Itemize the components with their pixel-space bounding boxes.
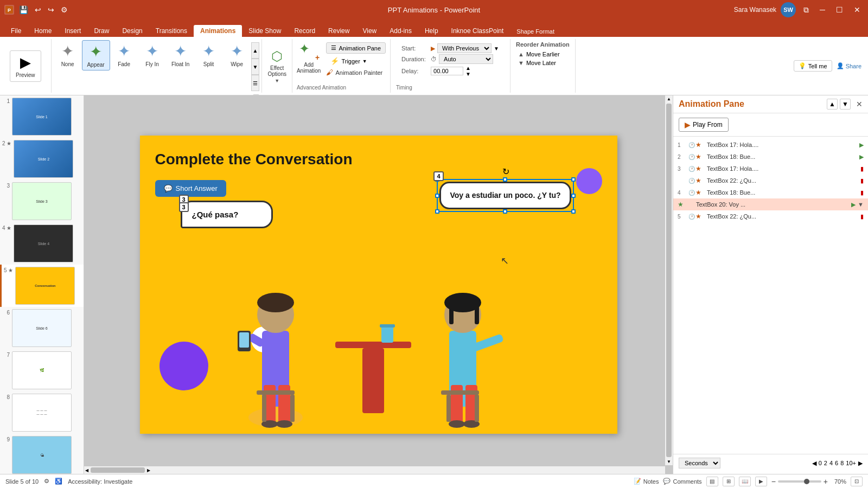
expand-icon-sel[interactable]: ▼ xyxy=(858,201,864,208)
pane-arrow-up[interactable]: ▲ xyxy=(827,99,838,110)
zoom-out-button[interactable]: − xyxy=(771,477,776,486)
tab-view[interactable]: View xyxy=(356,25,383,37)
move-later-button[interactable]: ▼ Move Later xyxy=(516,59,570,67)
trigger-button[interactable]: ⚡ Trigger ▼ xyxy=(326,55,386,67)
anim-scroll-more[interactable]: ☰ xyxy=(251,75,260,91)
slideshow-button[interactable]: ▶ xyxy=(755,477,767,486)
undo-icon[interactable]: ↩ xyxy=(33,4,43,15)
pane-arrow-down[interactable]: ▼ xyxy=(840,99,851,110)
anim-fade-button[interactable]: ✦ Fade xyxy=(110,40,138,69)
tab-draw[interactable]: Draw xyxy=(87,25,116,37)
canvas-hscroll-right[interactable]: ▶ xyxy=(146,468,151,473)
handle-ml[interactable] xyxy=(435,194,439,198)
handle-tm[interactable] xyxy=(503,177,507,182)
anim-list-item-1[interactable]: 1 🕐 ★ TextBox 17: Hola.... ▶ xyxy=(673,139,868,151)
tab-review[interactable]: Review xyxy=(322,25,356,37)
tab-help[interactable]: Help xyxy=(418,25,445,37)
tab-home[interactable]: Home xyxy=(28,25,58,37)
effect-options-button[interactable]: ⬡ EffectOptions ▼ xyxy=(267,49,286,84)
timeline-nav-right[interactable]: ▶ xyxy=(858,460,863,467)
pane-close-button[interactable]: ✕ xyxy=(856,100,863,108)
anim-list-item-5[interactable]: 5 🕐 ★ TextBox 22: ¿Qu... ▮ xyxy=(673,210,868,222)
accessibility-text[interactable]: Accessibility: Investigate xyxy=(68,478,132,485)
slide-thumb-9[interactable]: 9 🌤 xyxy=(0,434,84,474)
tell-me-button[interactable]: 💡 Tell me xyxy=(794,60,832,72)
delay-spin-icon[interactable]: ▲▼ xyxy=(465,65,471,77)
customize-icon[interactable]: ⚙ xyxy=(59,4,69,15)
fit-window-button[interactable]: ⊡ xyxy=(851,477,863,486)
play-from-button[interactable]: ▶ Play From xyxy=(679,118,729,132)
tab-record[interactable]: Record xyxy=(288,25,322,37)
tab-transitions[interactable]: Transitions xyxy=(149,25,194,37)
start-select[interactable]: With Previous On Click After Previous xyxy=(437,43,492,53)
window-restore-icon[interactable]: ⧉ xyxy=(800,5,812,15)
anim-list-item-3b[interactable]: 🕐 ★ TextBox 22: ¿Qu... ▮ xyxy=(673,175,868,187)
anim-appear-button[interactable]: ✦ Complete the Conversation Appear xyxy=(82,40,110,70)
short-answer-button[interactable]: 💬 Short Answer xyxy=(155,180,226,197)
add-animation-button[interactable]: ✦ + AddAnimation xyxy=(297,41,321,74)
anim-wipe-button[interactable]: ✦ Wipe xyxy=(223,40,251,69)
anim-list-item-3[interactable]: 3 🕐 ★ TextBox 17: Hola.... ▮ xyxy=(673,163,868,175)
canvas-scroll-down[interactable]: ▼ xyxy=(666,458,672,465)
canvas-vscroll-thumb[interactable] xyxy=(666,104,672,457)
timeline-nav-left[interactable]: ◀ xyxy=(812,460,816,467)
zoom-slider-thumb[interactable] xyxy=(804,479,809,484)
animation-pane-button[interactable]: ☰ Animation Pane xyxy=(326,42,386,54)
normal-view-button[interactable]: ▤ xyxy=(706,477,718,486)
delay-input[interactable] xyxy=(431,67,463,75)
anim-list-item-selected[interactable]: ★ TextBox 20: Voy ... ▶ ▼ xyxy=(673,198,868,210)
slide-thumb-1[interactable]: 1 Slide 1 xyxy=(0,95,84,138)
handle-bl[interactable] xyxy=(435,209,439,214)
slide-thumb-4[interactable]: 4 ★ Slide 4 xyxy=(0,222,84,265)
anim-scroll-up[interactable]: ▲ xyxy=(251,42,260,59)
anim-list-item-4[interactable]: 4 🕐 ★ TextBox 18: Bue... ▮ xyxy=(673,187,868,198)
tab-slideshow[interactable]: Slide Show xyxy=(242,25,288,37)
animation-painter-button[interactable]: 🖌 Animation Painter xyxy=(326,68,386,76)
tab-animations[interactable]: Animations xyxy=(194,25,242,37)
tab-shapeformat[interactable]: Shape Format xyxy=(510,26,561,37)
rotate-handle[interactable]: ↻ xyxy=(502,166,509,177)
slide-thumb-3[interactable]: 3 Slide 3 xyxy=(0,180,84,222)
slide-thumb-5[interactable]: 5 ★ Conversation xyxy=(0,265,84,307)
handle-bm[interactable] xyxy=(503,209,507,214)
tab-design[interactable]: Design xyxy=(116,25,149,37)
comments-button[interactable]: 💬 Comments xyxy=(663,478,701,485)
save-icon[interactable]: 💾 xyxy=(17,4,30,15)
anim-floatin-button[interactable]: ✦ Float In xyxy=(167,40,195,69)
canvas-hscroll-thumb[interactable] xyxy=(91,467,145,473)
move-earlier-button[interactable]: ▲ Move Earlier xyxy=(516,50,570,59)
slide-settings-icon[interactable]: ⚙ xyxy=(44,478,49,485)
canvas-scroll-up[interactable]: ▲ xyxy=(666,95,672,102)
close-button[interactable]: ✕ xyxy=(851,5,864,14)
share-button[interactable]: 👤 Share xyxy=(837,62,861,69)
anim-split-button[interactable]: ✦ Split xyxy=(195,40,223,69)
tab-addins[interactable]: Add-ins xyxy=(383,25,418,37)
zoom-slider[interactable] xyxy=(778,480,821,483)
tab-inknoe[interactable]: Inknoe ClassPoint xyxy=(445,25,510,37)
slide-thumb-6[interactable]: 6 Slide 6 xyxy=(0,307,84,349)
seconds-select[interactable]: Seconds xyxy=(679,458,720,468)
anim-flyin-button[interactable]: ✦ Fly In xyxy=(138,40,167,69)
anim-none-button[interactable]: ✦ None xyxy=(54,40,82,69)
user-avatar[interactable]: SW xyxy=(781,2,796,17)
handle-br[interactable] xyxy=(571,209,576,214)
handle-tr[interactable] xyxy=(571,177,576,182)
notes-button[interactable]: 📝 Notes xyxy=(634,478,659,485)
slide-thumb-7[interactable]: 7 🌿 xyxy=(0,349,84,391)
start-dropdown-icon[interactable]: ▼ xyxy=(494,46,499,52)
reading-view-button[interactable]: 📖 xyxy=(739,477,751,486)
anim-scroll-down[interactable]: ▼ xyxy=(251,59,260,75)
tab-file[interactable]: File xyxy=(4,25,28,37)
minimize-button[interactable]: ─ xyxy=(816,5,828,14)
zoom-in-button[interactable]: + xyxy=(824,477,828,486)
slide-thumb-8[interactable]: 8 ─ ─ ── ─ ─ xyxy=(0,391,84,434)
anim-list-item-2[interactable]: 2 🕐 ★ TextBox 18: Bue... ▶ xyxy=(673,151,868,163)
slide-sorter-button[interactable]: ⊞ xyxy=(723,477,735,486)
duration-select[interactable]: Auto 0.5 1.0 xyxy=(439,54,493,64)
preview-button[interactable]: ▶ Preview xyxy=(10,50,41,82)
restore-button[interactable]: ☐ xyxy=(833,5,846,14)
handle-mr[interactable] xyxy=(571,194,576,198)
redo-icon[interactable]: ↪ xyxy=(46,4,56,15)
canvas-hscroll-left[interactable]: ◀ xyxy=(84,468,90,473)
slide-thumb-2[interactable]: 2 ★ Slide 2 xyxy=(0,138,84,180)
